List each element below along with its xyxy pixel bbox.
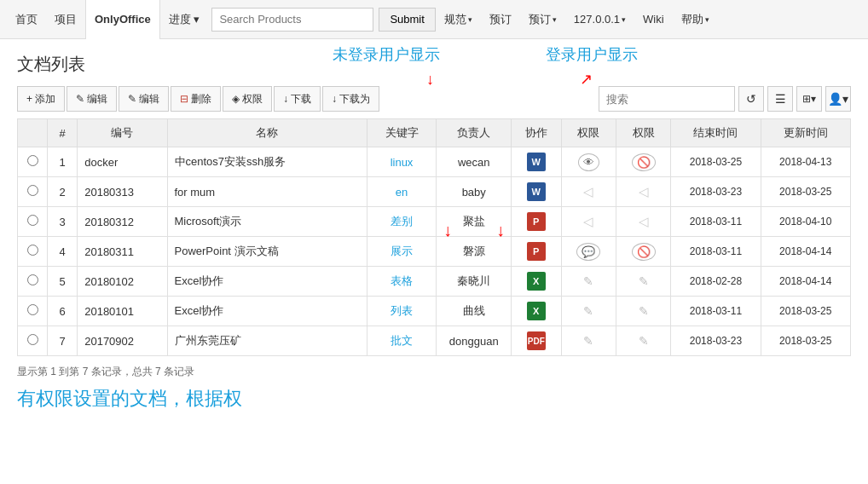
row-radio-4[interactable] (18, 237, 48, 267)
row-radio-6[interactable] (18, 297, 48, 326)
row-update-date-4: 2018-04-14 (761, 237, 850, 267)
row-code-4: 20180311 (78, 237, 167, 267)
add-button[interactable]: + 添加 (17, 86, 65, 112)
row-perm2-6[interactable]: ✎ (616, 297, 670, 326)
refresh-button[interactable]: ↺ (738, 86, 764, 112)
row-radio-7[interactable] (18, 326, 48, 356)
row-name-2: for mum (167, 177, 367, 207)
row-perm1-7[interactable]: ✎ (561, 326, 616, 356)
perm-eye-slash[interactable]: 🚫 (632, 243, 656, 261)
perm-eye-slash-plain[interactable]: ◁ (639, 214, 649, 228)
grid-view-button[interactable]: ⊞▾ (796, 86, 822, 112)
row-perm2-3[interactable]: ◁ (616, 207, 670, 237)
submit-button[interactable]: Submit (379, 8, 435, 32)
perm-pencil[interactable]: ✎ (583, 334, 593, 348)
download-as-button[interactable]: ↓ 下载为 (322, 86, 379, 112)
nav-home[interactable]: 首页 (7, 0, 46, 39)
col-code: 编号 (78, 119, 167, 147)
row-collab-4: P (512, 237, 562, 267)
row-collab-1: W (512, 147, 562, 177)
row-keyword-7: 批文 (367, 326, 437, 356)
row-perm1-6[interactable]: ✎ (561, 297, 616, 326)
row-update-date-7: 2018-03-25 (761, 326, 850, 356)
perm-pencil[interactable]: ✎ (639, 304, 649, 318)
nav-project[interactable]: 项目 (46, 0, 85, 39)
search-input[interactable] (211, 8, 373, 32)
row-perm2-5[interactable]: ✎ (616, 267, 670, 297)
edit-button-1[interactable]: ✎ 编辑 (67, 86, 117, 112)
perm-pencil[interactable]: ✎ (583, 274, 593, 288)
row-perm1-4[interactable]: 💬 (561, 237, 616, 267)
table-row: 5 20180102 Excel协作 表格 秦晓川 X ✎ ✎ 2018-02-… (18, 267, 851, 297)
user-filter-button[interactable]: 👤▾ (825, 86, 851, 112)
row-keyword-5: 表格 (367, 267, 437, 297)
file-ppt-icon: P (527, 242, 546, 261)
perm-pencil[interactable]: ✎ (639, 334, 649, 348)
row-update-date-5: 2018-04-14 (761, 267, 850, 297)
row-code-3: 20180312 (78, 207, 167, 237)
row-radio-1[interactable] (18, 147, 48, 177)
col-keyword: 关键字 (367, 119, 437, 147)
download-button[interactable]: ↓ 下载 (274, 86, 321, 112)
navbar: 首页 项目 OnlyOffice 进度 ▾ Submit 规范 ▾ 预订 预订 … (0, 0, 868, 39)
row-owner-5: 秦晓川 (437, 267, 512, 297)
permission-button[interactable]: ◈ 权限 (223, 86, 272, 112)
row-collab-5: X (512, 267, 562, 297)
annotation-bottom: 有权限设置的文档，根据权 (17, 386, 851, 412)
col-collab: 协作 (512, 119, 562, 147)
file-pdf-icon: PDF (527, 331, 546, 350)
row-perm1-2[interactable]: ◁ (561, 177, 616, 207)
row-update-date-2: 2018-03-25 (761, 177, 850, 207)
perm-eye-slash[interactable]: 🚫 (632, 153, 656, 171)
nav-ip[interactable]: 127.0.0.1 ▾ (565, 0, 634, 39)
perm-eye-slash-plain[interactable]: ◁ (583, 184, 593, 199)
nav-spec[interactable]: 规范 ▾ (436, 0, 481, 39)
row-radio-2[interactable] (18, 177, 48, 207)
col-name: 名称 (167, 119, 367, 147)
row-end-date-7: 2018-03-23 (671, 326, 761, 356)
nav-prebook1[interactable]: 预订 (481, 0, 520, 39)
row-perm2-7[interactable]: ✎ (616, 326, 670, 356)
nav-help[interactable]: 帮助 ▾ (673, 0, 718, 39)
row-perm1-1[interactable]: 👁 (561, 147, 616, 177)
arrow-unlogged: ↓ (426, 72, 434, 87)
perm-eye-open[interactable]: 👁 (578, 153, 599, 171)
row-perm2-1[interactable]: 🚫 (616, 147, 670, 177)
table-row: 4 20180311 PowerPoint 演示文稿 展示 磐源 P 💬 🚫 2… (18, 237, 851, 267)
row-radio-3[interactable] (18, 207, 48, 237)
row-perm2-2[interactable]: ◁ (616, 177, 670, 207)
perm-eye-slash-plain[interactable]: ◁ (583, 214, 593, 228)
row-code-5: 20180102 (78, 267, 167, 297)
row-perm2-4[interactable]: 🚫 (616, 237, 670, 267)
list-view-button[interactable]: ☰ (767, 86, 793, 112)
row-perm1-5[interactable]: ✎ (561, 267, 616, 297)
perm-eye-slash-plain[interactable]: ◁ (639, 184, 649, 199)
file-excel-icon: X (527, 302, 546, 320)
table-row: 3 20180312 Microsoft演示 差别 聚盐 P ◁ ◁ 2018-… (18, 207, 851, 237)
row-perm1-3[interactable]: ◁ (561, 207, 616, 237)
row-owner-3: 聚盐 (437, 207, 512, 237)
perm-pencil[interactable]: ✎ (639, 274, 649, 288)
row-num-6: 6 (48, 297, 78, 326)
row-keyword-6: 列表 (367, 297, 437, 326)
nav-wiki[interactable]: Wiki (634, 0, 673, 39)
col-update-date: 更新时间 (761, 119, 850, 147)
nav-prebook2[interactable]: 预订 ▾ (520, 0, 565, 39)
edit-button-2[interactable]: ✎ 编辑 (119, 86, 169, 112)
table-search-input[interactable] (599, 86, 735, 112)
perm-chat[interactable]: 💬 (576, 243, 600, 261)
row-num-2: 2 (48, 177, 78, 207)
col-num: # (48, 119, 78, 147)
row-owner-2: baby (437, 177, 512, 207)
nav-progress[interactable]: 进度 ▾ (160, 0, 209, 39)
delete-button[interactable]: ⊟ 删除 (171, 86, 221, 112)
col-owner: 负责人 (437, 119, 512, 147)
row-radio-5[interactable] (18, 267, 48, 297)
perm-pencil[interactable]: ✎ (583, 304, 593, 318)
nav-onlyoffice[interactable]: OnlyOffice (85, 0, 160, 39)
delete-icon: ⊟ (180, 93, 188, 105)
main-content: 文档列表 未登录用户显示 登录用户显示 ↓ ↗ + 添加 ✎ 编辑 ✎ 编辑 ⊟… (0, 39, 868, 425)
row-end-date-1: 2018-03-25 (671, 147, 761, 177)
row-name-5: Excel协作 (167, 267, 367, 297)
row-update-date-1: 2018-04-13 (761, 147, 850, 177)
